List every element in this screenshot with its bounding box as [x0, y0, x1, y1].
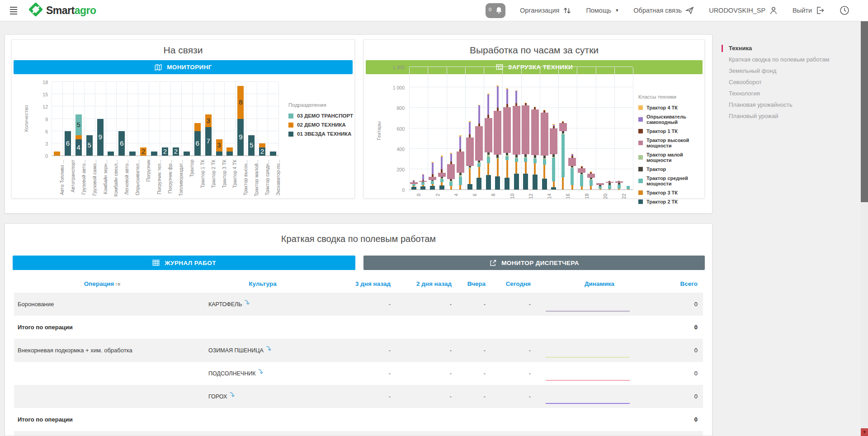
bar-segment[interactable]	[606, 182, 613, 183]
bar-segment[interactable]	[410, 182, 418, 184]
bar-segment[interactable]	[450, 154, 452, 161]
bar-segment[interactable]	[459, 173, 462, 175]
bar-segment[interactable]	[478, 161, 480, 163]
bar-segment[interactable]	[571, 167, 574, 168]
bar-segment[interactable]	[553, 126, 555, 128]
bar-segment[interactable]	[494, 111, 501, 155]
bar-segment[interactable]	[515, 91, 517, 103]
bar-segment[interactable]	[496, 155, 499, 158]
drill-through-arrow-icon[interactable]	[266, 346, 272, 352]
session-clock-icon[interactable]	[839, 5, 850, 16]
scrollbar-down-arrow[interactable]: ▼	[861, 428, 868, 436]
sidebar-item-4[interactable]: Севооборот	[719, 79, 854, 85]
bar-segment[interactable]	[571, 168, 574, 185]
bar-segment[interactable]	[422, 175, 424, 180]
bar-segment[interactable]	[506, 89, 508, 104]
bar-segment[interactable]	[216, 152, 222, 156]
bar-segment[interactable]	[440, 179, 443, 182]
bar-segment[interactable]	[459, 135, 462, 136]
bar-segment[interactable]	[108, 152, 114, 156]
bar-segment[interactable]	[580, 173, 583, 174]
bar-segment[interactable]: 5	[86, 135, 93, 156]
bar-segment[interactable]	[432, 184, 434, 186]
bar-segment[interactable]	[420, 186, 425, 190]
bar-segment[interactable]: 2	[173, 147, 179, 156]
bar-segment[interactable]	[590, 180, 593, 186]
bar-segment[interactable]	[590, 179, 592, 180]
bar-segment[interactable]	[599, 189, 601, 190]
bar-segment[interactable]	[476, 178, 481, 190]
legend-item[interactable]: Трактор средней мощности	[638, 175, 704, 186]
bar-segment[interactable]	[469, 169, 471, 184]
bar-segment[interactable]	[487, 163, 489, 175]
bar-segment[interactable]	[497, 108, 499, 111]
bar-segment[interactable]	[524, 158, 527, 162]
bar-segment[interactable]: 2	[140, 147, 146, 156]
notifications-bell-icon[interactable]: 0	[486, 3, 505, 18]
bar-segment[interactable]	[553, 181, 555, 188]
bar-segment[interactable]	[506, 155, 509, 156]
bar-segment[interactable]	[571, 154, 573, 154]
bar-segment[interactable]	[506, 160, 508, 178]
sidebar-item-5[interactable]: Технология	[719, 90, 854, 97]
bar-segment[interactable]	[441, 157, 443, 169]
sidebar-item-2[interactable]: Краткая сводка по полевым работам	[719, 57, 854, 63]
bar-segment[interactable]	[506, 153, 508, 156]
column-header-7[interactable]: Динамика	[536, 280, 663, 287]
bar-segment[interactable]	[571, 166, 573, 167]
bar-segment[interactable]	[450, 179, 452, 180]
bar-segment[interactable]	[525, 103, 527, 105]
bar-segment[interactable]	[485, 118, 492, 152]
bar-segment[interactable]	[562, 121, 564, 122]
column-header-6[interactable]: Сегодня	[491, 280, 536, 287]
bar-segment[interactable]: 6	[194, 131, 201, 156]
bar-segment[interactable]	[618, 183, 620, 184]
bar-segment[interactable]	[459, 137, 461, 149]
bar-segment[interactable]	[447, 164, 455, 180]
bar-segment[interactable]	[459, 175, 462, 176]
bar-segment[interactable]	[618, 185, 621, 189]
bar-segment[interactable]	[486, 175, 491, 190]
bar-segment[interactable]	[590, 186, 592, 190]
legend-item[interactable]: Опрыскиватель самоходный	[638, 114, 704, 125]
bar-segment[interactable]	[441, 169, 443, 173]
bar-segment[interactable]	[469, 134, 471, 137]
bar-segment[interactable]	[450, 186, 452, 190]
column-header-4[interactable]: 2 дня назад	[396, 280, 457, 287]
bar-segment[interactable]: 9	[97, 119, 104, 156]
bar-segment[interactable]	[506, 104, 508, 107]
legend-item[interactable]: Трактор высокой мощности	[638, 137, 704, 148]
bar-segment[interactable]	[515, 157, 518, 158]
bar-segment[interactable]	[151, 152, 157, 156]
bar-segment[interactable]	[432, 174, 434, 177]
bar-segment[interactable]	[581, 186, 583, 190]
bar-segment[interactable]	[522, 105, 529, 154]
column-header-5[interactable]: Вчера	[457, 280, 491, 287]
bar-segment[interactable]	[543, 156, 546, 158]
bar-segment[interactable]	[439, 185, 444, 190]
bar-segment[interactable]	[429, 177, 436, 180]
bar-segment[interactable]	[608, 185, 611, 189]
bar-segment[interactable]	[459, 185, 461, 190]
bar-segment[interactable]	[534, 155, 536, 158]
bar-segment[interactable]: 8	[237, 86, 244, 118]
bar-segment[interactable]	[571, 154, 573, 156]
bar-segment[interactable]	[533, 158, 536, 159]
bar-segment[interactable]	[475, 126, 483, 161]
bar-segment[interactable]	[531, 109, 539, 156]
bar-segment[interactable]: 3	[216, 139, 222, 152]
bar-segment[interactable]	[533, 175, 538, 190]
bar-segment[interactable]	[413, 180, 415, 180]
bar-segment[interactable]	[412, 184, 415, 186]
user-menu[interactable]: URODOVSKIH_SP	[709, 6, 778, 15]
bar-segment[interactable]	[226, 152, 233, 156]
legend-item[interactable]: Трактор 2 ТК	[638, 199, 704, 204]
bar-segment[interactable]	[466, 137, 474, 166]
bar-segment[interactable]	[487, 157, 490, 164]
bar-segment[interactable]	[413, 182, 415, 182]
bar-segment[interactable]	[497, 86, 499, 108]
hamburger-menu-icon[interactable]	[8, 5, 19, 16]
bar-segment[interactable]	[552, 124, 555, 124]
bar-segment[interactable]	[581, 166, 583, 168]
bar-segment[interactable]	[615, 181, 623, 183]
